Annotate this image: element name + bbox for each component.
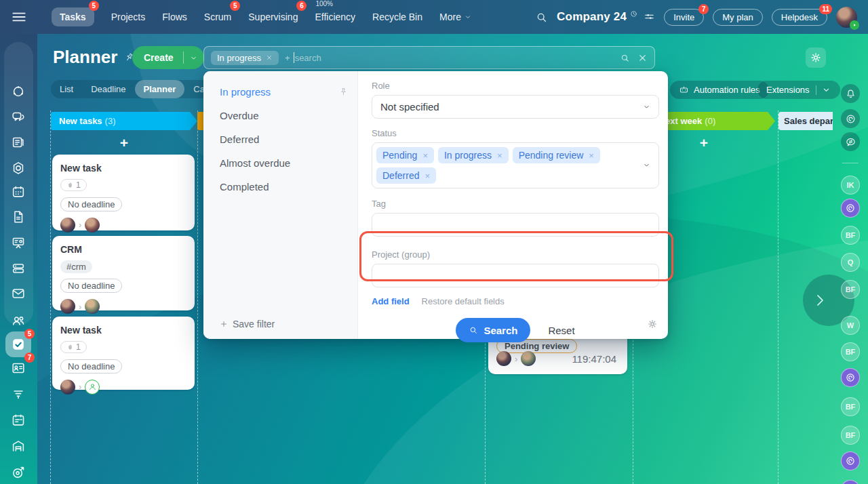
filter-preset-overdue[interactable]: Overdue	[203, 104, 357, 127]
rail-bell[interactable]	[841, 84, 860, 103]
remove-chip-icon[interactable]: ×	[589, 151, 594, 160]
remove-chip-icon[interactable]: ×	[497, 151, 502, 160]
view-tab-deadline[interactable]: Deadline	[82, 80, 134, 98]
column-header-new-tasks[interactable]: New tasks (3)	[51, 112, 197, 130]
clear-search-icon[interactable]	[637, 53, 648, 63]
add-task-button[interactable]: +	[51, 133, 197, 153]
nav-tab-efficiency[interactable]: 100%Efficiency	[315, 12, 355, 22]
avatar[interactable]	[60, 380, 75, 395]
sidebar-item-marketing[interactable]	[5, 460, 31, 484]
rail-avatar-q[interactable]: Q	[841, 253, 860, 272]
deadline-chip[interactable]: No deadline	[60, 359, 122, 374]
my-plan-button[interactable]: My plan	[713, 9, 763, 26]
sidebar-item-sales-funnel[interactable]	[5, 382, 31, 407]
avatar[interactable]	[60, 299, 75, 314]
restore-default-fields-link[interactable]: Restore default fields	[422, 296, 505, 306]
rail-avatar-bf[interactable]: BF	[841, 426, 860, 445]
rail-avatar-w[interactable]: W	[841, 316, 860, 335]
rail-copilot-avatar[interactable]	[841, 368, 860, 387]
sidebar-item-docs[interactable]	[5, 204, 31, 230]
rail-avatar-bf[interactable]: BF	[841, 226, 860, 245]
rail-avatar-bf[interactable]: BF	[841, 342, 860, 361]
status-chip[interactable]: Pending×	[376, 147, 434, 163]
invite-button[interactable]: Invite7	[664, 9, 704, 26]
reset-button[interactable]: Reset	[548, 325, 574, 336]
hamburger-menu-icon[interactable]	[10, 8, 28, 26]
sidebar-item-messenger[interactable]	[5, 104, 31, 130]
avatar[interactable]	[521, 351, 536, 366]
deadline-chip[interactable]: No deadline	[60, 279, 122, 293]
sidebar-item-warehouse[interactable]	[5, 433, 31, 459]
avatar[interactable]	[496, 351, 511, 366]
rail-copilot-spiral[interactable]	[841, 109, 860, 128]
sidebar-item-copilot[interactable]	[5, 155, 31, 181]
project-group-input[interactable]	[372, 264, 659, 287]
nav-tab-scrum[interactable]: Scrum5	[204, 12, 231, 22]
nav-tab-flows[interactable]: Flows	[162, 12, 187, 22]
role-select[interactable]: Not specified	[372, 95, 659, 119]
filter-preset-deferred[interactable]: Deferred	[203, 127, 357, 151]
rail-sync-chat[interactable]	[841, 132, 860, 151]
filter-preset-completed[interactable]: Completed	[203, 175, 357, 199]
sidebar-item-booking[interactable]	[5, 407, 31, 433]
assign-person-button[interactable]	[85, 380, 100, 395]
rail-copilot-avatar[interactable]	[841, 199, 860, 218]
avatar[interactable]	[60, 218, 75, 233]
search-icon[interactable]	[620, 53, 630, 63]
task-card[interactable]: New task 1 No deadline ›	[52, 317, 195, 390]
tag-input[interactable]	[372, 213, 659, 237]
sidebar-item-news[interactable]	[5, 129, 31, 155]
extensions-button[interactable]: Extensions	[757, 81, 840, 99]
search-input[interactable]: In progress + search	[203, 46, 655, 69]
create-button[interactable]: Create	[132, 46, 204, 69]
sidebar-item-boards[interactable]	[5, 230, 31, 256]
avatar[interactable]	[85, 299, 100, 314]
column-separator	[50, 110, 51, 484]
remove-chip-icon[interactable]: ×	[425, 172, 430, 180]
sidebar-item-calendar[interactable]	[5, 179, 31, 205]
search-button[interactable]: Search	[456, 318, 530, 342]
add-field-link[interactable]: Add field	[372, 296, 410, 306]
user-avatar[interactable]	[836, 7, 857, 28]
filter-preset-almost-overdue[interactable]: Almost overdue	[203, 151, 357, 175]
status-multiselect[interactable]: Pending×In progress×Pending review×Defer…	[372, 142, 659, 188]
sidebar-item-feed[interactable]	[5, 79, 31, 104]
tag-chip[interactable]: #crm	[60, 260, 92, 273]
rail-avatar-ik[interactable]: IK	[841, 176, 860, 195]
create-dropdown[interactable]	[184, 54, 204, 62]
rail-avatar-bf[interactable]: BF	[841, 397, 860, 416]
helpdesk-button[interactable]: Helpdesk11	[772, 9, 827, 26]
deadline-chip[interactable]: No deadline	[60, 197, 122, 211]
pin-icon[interactable]	[339, 87, 348, 96]
nav-tab-supervising[interactable]: Supervising6	[248, 12, 298, 22]
filter-chip[interactable]: In progress	[211, 51, 279, 65]
view-tab-planner[interactable]: Planner	[135, 80, 185, 98]
status-chip[interactable]: Deferred×	[376, 167, 436, 184]
sidebar-item-crm[interactable]: 7	[5, 355, 31, 381]
sidebar-item-mail[interactable]	[5, 281, 31, 306]
rail-avatar-bf[interactable]: BF	[841, 280, 860, 299]
avatar[interactable]	[85, 218, 100, 233]
sidebar-item-drive[interactable]	[5, 256, 31, 281]
rail-copilot-avatar[interactable]	[841, 480, 860, 484]
swimlane-label-sales-department[interactable]: Sales department	[778, 112, 833, 130]
rail-copilot-avatar[interactable]	[841, 451, 860, 470]
filter-preset-in-progress[interactable]: In progress	[203, 80, 357, 104]
board-settings-button[interactable]	[806, 47, 826, 68]
task-card[interactable]: CRM #crm No deadline ›	[52, 236, 195, 310]
close-icon[interactable]	[266, 54, 273, 61]
nav-tab-tasks[interactable]: Tasks5	[52, 7, 94, 26]
task-card[interactable]: New task 1 No deadline ›	[52, 155, 195, 230]
status-chip[interactable]: Pending review×	[513, 147, 600, 163]
automation-rules-button[interactable]: Automation rules	[670, 81, 769, 99]
view-tab-list[interactable]: List	[51, 80, 82, 98]
nav-tab-projects[interactable]: Projects	[111, 12, 146, 22]
remove-chip-icon[interactable]: ×	[422, 151, 428, 160]
search-icon[interactable]	[535, 11, 548, 24]
company-selector[interactable]: Company 24	[557, 9, 655, 25]
nav-tab-more[interactable]: More	[439, 12, 472, 22]
sliders-icon[interactable]	[644, 11, 655, 22]
save-filter-button[interactable]: Save filter	[220, 319, 275, 329]
status-chip[interactable]: In progress×	[438, 147, 509, 163]
nav-tab-recycle-bin[interactable]: Recycle Bin	[372, 12, 422, 22]
